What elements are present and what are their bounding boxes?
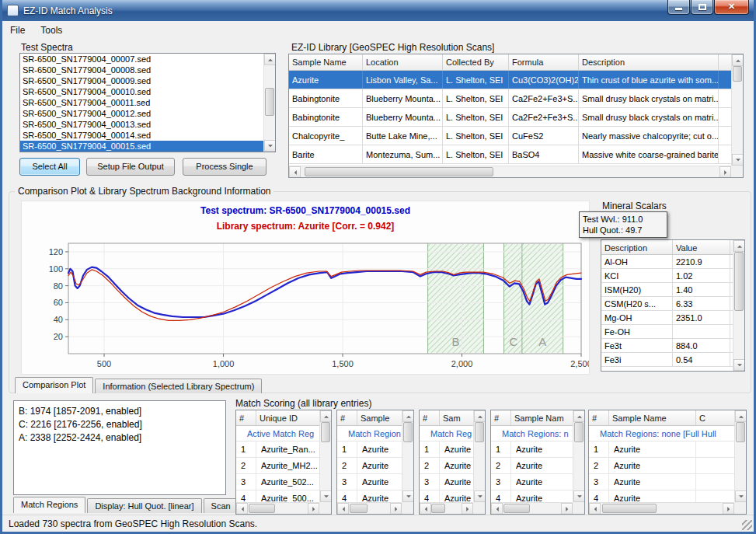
scroll-left-icon[interactable]	[589, 503, 601, 515]
vertical-scrollbar[interactable]	[402, 410, 413, 502]
table-row[interactable]: BabingtoniteBlueberry Mounta...L. Shelto…	[289, 108, 731, 127]
table-row[interactable]: 4Azurite	[420, 490, 473, 502]
match-panel-3[interactable]: #Sample NamMatch Regions: n1Azurite2Azur…	[490, 410, 585, 515]
column-header[interactable]: Collected By	[443, 54, 509, 70]
match-regions-box[interactable]: B: 1974 [1857-2091, enabled] C: 2216 [21…	[13, 400, 226, 495]
scroll-track[interactable]	[735, 422, 746, 490]
scroll-thumb[interactable]	[736, 422, 745, 442]
tab-display-hull-quot[interactable]: Display: Hull Quot. [linear]	[87, 498, 201, 513]
table-row[interactable]: 1Azurite	[420, 442, 473, 458]
scroll-track[interactable]	[573, 422, 584, 490]
scroll-down-icon[interactable]	[264, 140, 276, 152]
scroll-up-icon[interactable]	[320, 410, 332, 422]
table-row[interactable]: 2Azurite_MH2...	[236, 458, 319, 474]
tab-match-regions[interactable]: Match Regions	[13, 497, 85, 513]
scroll-thumb[interactable]	[265, 88, 274, 116]
scroll-up-icon[interactable]	[402, 410, 414, 422]
scalar-row[interactable]: ISM(H20)1.40	[601, 283, 733, 297]
scroll-down-icon[interactable]	[320, 490, 332, 502]
title-bar[interactable]: EZ-ID Match Analysis	[2, 0, 754, 21]
scroll-right-icon[interactable]	[561, 503, 573, 515]
scroll-track[interactable]	[248, 503, 308, 514]
scroll-up-icon[interactable]	[474, 410, 486, 422]
scalar-row[interactable]: Fe3t884.0	[601, 339, 733, 353]
test-spectra-list[interactable]: SR-6500_SN1779004_00007.sedSR-6500_SN177…	[19, 53, 276, 152]
scroll-thumb[interactable]	[733, 66, 742, 82]
column-header[interactable]: Sample Name	[609, 410, 696, 425]
scroll-down-icon[interactable]	[732, 154, 744, 166]
scalar-row[interactable]: Al-OH2210.9	[601, 255, 733, 269]
table-row[interactable]: 4Azurite	[589, 490, 734, 502]
column-header[interactable]: Unique ID	[256, 410, 319, 425]
scroll-right-icon[interactable]	[723, 503, 734, 515]
test-spectra-item[interactable]: SR-6500_SN1779004_00012.sed	[20, 108, 275, 119]
scalar-row[interactable]: KCI1.02	[601, 269, 733, 283]
test-spectra-item[interactable]: SR-6500_SN1779004_00011.sed	[20, 97, 275, 108]
scroll-thumb[interactable]	[574, 422, 584, 442]
scroll-down-icon[interactable]	[402, 490, 414, 502]
column-header[interactable]: Description	[579, 54, 719, 70]
scroll-track[interactable]	[301, 166, 719, 177]
scroll-track[interactable]	[601, 503, 723, 514]
vertical-scrollbar[interactable]	[263, 54, 275, 152]
setup-file-output-button[interactable]: Setup File Output	[86, 158, 175, 176]
scroll-right-icon[interactable]	[308, 503, 319, 515]
scroll-track[interactable]	[320, 422, 331, 490]
column-header[interactable]: Formula	[509, 54, 579, 70]
scroll-down-icon[interactable]	[474, 490, 486, 502]
scroll-left-icon[interactable]	[420, 503, 431, 515]
scroll-track[interactable]	[503, 503, 561, 514]
scroll-thumb[interactable]	[734, 252, 744, 311]
column-header[interactable]: Description	[601, 240, 673, 254]
scalar-row[interactable]: Fe3i0.54	[601, 353, 733, 367]
test-spectra-item[interactable]: SR-6500_SN1779004_00007.sed	[20, 54, 275, 65]
test-spectra-item[interactable]: SR-6500_SN1779004_00008.sed	[20, 65, 275, 75]
scroll-right-icon[interactable]	[719, 166, 731, 178]
scroll-up-icon[interactable]	[735, 410, 747, 422]
scroll-right-icon[interactable]	[390, 503, 402, 515]
mineral-scalars-table[interactable]: DescriptionValueAl-OH2210.9KCI1.02ISM(H2…	[601, 239, 745, 372]
scroll-up-icon[interactable]	[573, 410, 585, 422]
horizontal-scrollbar[interactable]	[236, 502, 319, 514]
match-panel-1[interactable]: #SampleMatch Region1Azurite2Azurite3Azur…	[336, 410, 414, 515]
scroll-thumb[interactable]	[321, 422, 330, 442]
scroll-up-icon[interactable]	[733, 240, 745, 252]
column-header[interactable]: #	[589, 410, 609, 425]
column-header[interactable]: Value	[673, 240, 730, 254]
table-row[interactable]: AzuriteLisbon Valley, Sa...L. Shelton, S…	[289, 71, 731, 89]
scroll-left-icon[interactable]	[337, 503, 349, 515]
table-row[interactable]: BariteMontezuma, Sum...L. Shelton, SEIBa…	[289, 145, 731, 164]
scroll-down-icon[interactable]	[735, 490, 747, 502]
scroll-track[interactable]	[264, 65, 275, 140]
table-row[interactable]: 1Azurite_Ran...	[236, 442, 319, 458]
library-table[interactable]: Sample NameLocationCollected ByFormulaDe…	[288, 54, 744, 178]
test-spectra-item[interactable]: SR-6500_SN1779004_00013.sed	[20, 119, 275, 130]
column-header[interactable]: Sample Nam	[511, 410, 573, 425]
tab-comparison-plot[interactable]: Comparison Plot	[15, 377, 93, 393]
match-panel-4[interactable]: #Sample NameCMatch Regions: none [Full H…	[588, 410, 747, 515]
scroll-track[interactable]	[349, 503, 390, 514]
table-row[interactable]: 2Azurite	[589, 458, 734, 474]
match-panel-0[interactable]: #Unique IDActive Match Reg1Azurite_Ran..…	[235, 410, 332, 515]
table-row[interactable]: 3Azurite	[491, 474, 573, 490]
scroll-track[interactable]	[402, 422, 413, 490]
table-row[interactable]: 2Azurite	[491, 458, 573, 474]
scalar-row[interactable]: Fe-OH	[601, 325, 733, 339]
table-row[interactable]: 3Azurite	[420, 474, 473, 490]
scroll-right-icon[interactable]	[462, 503, 473, 515]
scroll-thumb[interactable]	[602, 504, 657, 513]
table-row[interactable]: 3Azurite	[589, 474, 734, 490]
test-spectra-item[interactable]: SR-6500_SN1779004_00009.sed	[20, 75, 275, 86]
column-header[interactable]: Sam	[440, 410, 473, 425]
scroll-thumb[interactable]	[305, 167, 493, 176]
vertical-scrollbar[interactable]	[734, 410, 746, 502]
column-header[interactable]: #	[337, 410, 357, 425]
resize-grip-icon[interactable]	[742, 520, 752, 530]
maximize-button[interactable]	[691, 0, 713, 15]
column-header[interactable]: #	[491, 410, 511, 425]
menu-tools[interactable]: Tools	[40, 25, 62, 36]
table-row[interactable]: 2Azurite	[420, 458, 473, 474]
process-single-button[interactable]: Process Single	[183, 158, 267, 176]
tab-scan[interactable]: Scan	[204, 498, 239, 513]
scroll-up-icon[interactable]	[264, 54, 276, 65]
